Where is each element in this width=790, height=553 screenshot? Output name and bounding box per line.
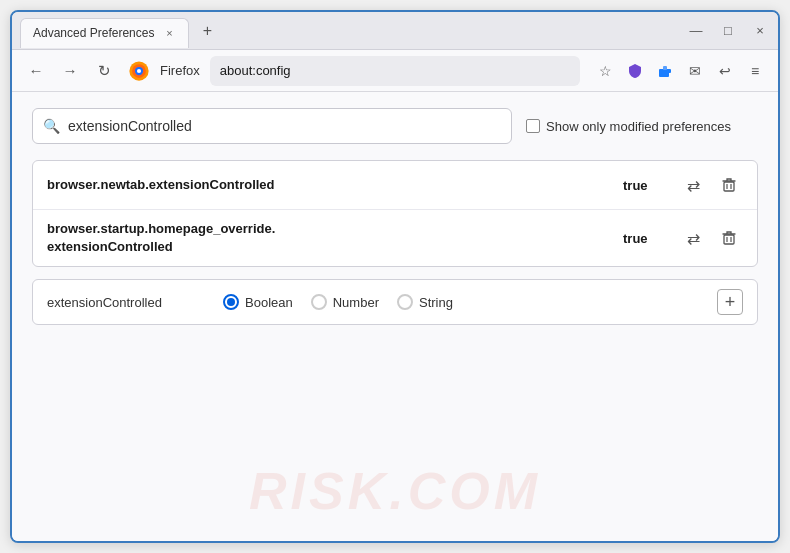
table-row: browser.startup.homepage_override. exten…	[33, 210, 757, 266]
content-area: RISK.COM 🔍 Show only modified preference…	[12, 92, 778, 541]
new-pref-name: extensionControlled	[47, 295, 207, 310]
svg-rect-8	[724, 235, 734, 244]
svg-rect-6	[667, 69, 671, 73]
reload-button[interactable]: ↻	[90, 57, 118, 85]
svg-point-3	[137, 68, 141, 72]
boolean-option[interactable]: Boolean	[223, 294, 293, 310]
show-modified-option[interactable]: Show only modified preferences	[526, 119, 731, 134]
title-bar: Advanced Preferences × + — □ ×	[12, 12, 778, 50]
nav-icons: ☆ ✉ ↩ ≡	[592, 58, 768, 84]
boolean-label: Boolean	[245, 295, 293, 310]
results-table: browser.newtab.extensionControlled true …	[32, 160, 758, 267]
back-button[interactable]: ←	[22, 57, 50, 85]
firefox-logo	[128, 60, 150, 82]
delete-button-1[interactable]	[715, 171, 743, 199]
number-radio[interactable]	[311, 294, 327, 310]
close-button[interactable]: ×	[750, 21, 770, 41]
pref-value-2: true	[623, 231, 663, 246]
row-2-actions: ⇄	[679, 224, 743, 252]
search-input[interactable]	[68, 118, 501, 134]
show-modified-label: Show only modified preferences	[546, 119, 731, 134]
firefox-label: Firefox	[160, 63, 200, 78]
swap-button-2[interactable]: ⇄	[679, 224, 707, 252]
add-preference-button[interactable]: +	[717, 289, 743, 315]
bookmark-icon[interactable]: ☆	[592, 58, 618, 84]
number-label: Number	[333, 295, 379, 310]
string-label: String	[419, 295, 453, 310]
pref-name-2-line2: extensionControlled	[47, 238, 623, 256]
tab-close-button[interactable]: ×	[162, 26, 176, 40]
type-radio-group: Boolean Number String	[223, 294, 701, 310]
table-row: browser.newtab.extensionControlled true …	[33, 161, 757, 210]
add-preference-row: extensionControlled Boolean Number Strin…	[32, 279, 758, 325]
pref-name-2-line1: browser.startup.homepage_override.	[47, 220, 623, 238]
delete-button-2[interactable]	[715, 224, 743, 252]
menu-icon[interactable]: ≡	[742, 58, 768, 84]
browser-window: Advanced Preferences × + — □ × ← → ↻ Fir…	[10, 10, 780, 543]
tab-title: Advanced Preferences	[33, 26, 154, 40]
svg-rect-7	[724, 182, 734, 191]
mail-icon[interactable]: ✉	[682, 58, 708, 84]
show-modified-checkbox[interactable]	[526, 119, 540, 133]
maximize-button[interactable]: □	[718, 21, 738, 41]
extension-icon[interactable]	[652, 58, 678, 84]
pref-value-1: true	[623, 178, 663, 193]
shield-icon[interactable]	[622, 58, 648, 84]
account-icon[interactable]: ↩	[712, 58, 738, 84]
window-controls: — □ ×	[686, 21, 770, 41]
number-option[interactable]: Number	[311, 294, 379, 310]
boolean-radio[interactable]	[223, 294, 239, 310]
svg-rect-5	[663, 66, 667, 70]
browser-tab[interactable]: Advanced Preferences ×	[20, 18, 189, 48]
string-option[interactable]: String	[397, 294, 453, 310]
pref-name-2: browser.startup.homepage_override. exten…	[47, 220, 623, 256]
url-bar[interactable]: about:config	[210, 56, 580, 86]
new-tab-button[interactable]: +	[195, 19, 219, 43]
string-radio[interactable]	[397, 294, 413, 310]
url-text: about:config	[220, 63, 291, 78]
search-box[interactable]: 🔍	[32, 108, 512, 144]
search-icon: 🔍	[43, 118, 60, 134]
watermark: RISK.COM	[249, 461, 541, 521]
pref-name-1: browser.newtab.extensionControlled	[47, 176, 623, 194]
swap-button-1[interactable]: ⇄	[679, 171, 707, 199]
minimize-button[interactable]: —	[686, 21, 706, 41]
row-1-actions: ⇄	[679, 171, 743, 199]
nav-bar: ← → ↻ Firefox about:config ☆	[12, 50, 778, 92]
forward-button[interactable]: →	[56, 57, 84, 85]
search-row: 🔍 Show only modified preferences	[32, 108, 758, 144]
